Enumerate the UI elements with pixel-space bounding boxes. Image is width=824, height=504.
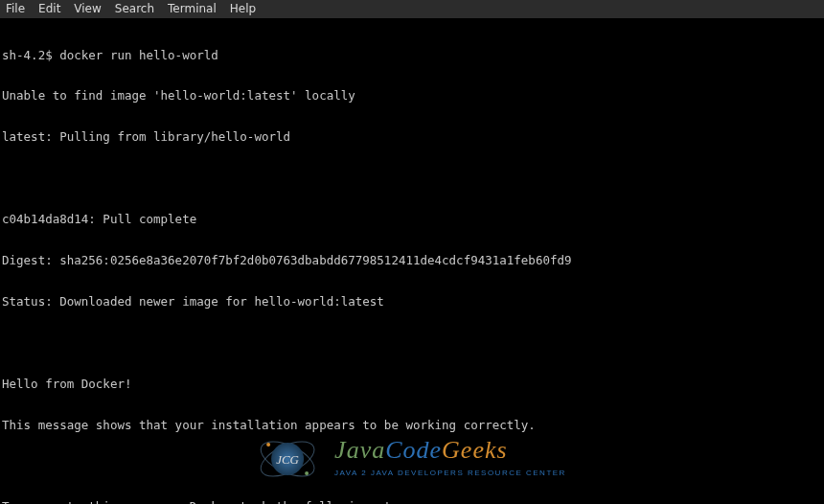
menu-help[interactable]: Help [230,2,256,15]
menu-terminal[interactable]: Terminal [168,2,217,15]
terminal-line [2,172,822,185]
menu-file[interactable]: File [6,2,25,15]
terminal-line [2,336,822,350]
menu-search[interactable]: Search [115,2,154,15]
terminal-line: Status: Downloaded newer image for hello… [2,295,822,309]
terminal-line: Hello from Docker! [2,378,822,391]
menu-view[interactable]: View [74,2,101,15]
terminal-line: sh-4.2$ docker run hello-world [2,49,822,62]
terminal-line: c04b14da8d14: Pull complete [2,213,822,226]
terminal-line: Unable to find image 'hello-world:latest… [2,89,822,103]
terminal-line: This message shows that your installatio… [2,419,822,432]
terminal-line: Digest: sha256:0256e8a36e2070f7bf2d0b076… [2,254,822,267]
terminal-line: To generate this message, Docker took th… [2,500,822,504]
menubar: File Edit View Search Terminal Help [0,0,824,18]
terminal-line [2,460,822,473]
menu-edit[interactable]: Edit [38,2,60,15]
terminal-line: latest: Pulling from library/hello-world [2,130,822,144]
terminal-output[interactable]: sh-4.2$ docker run hello-world Unable to… [0,18,824,504]
